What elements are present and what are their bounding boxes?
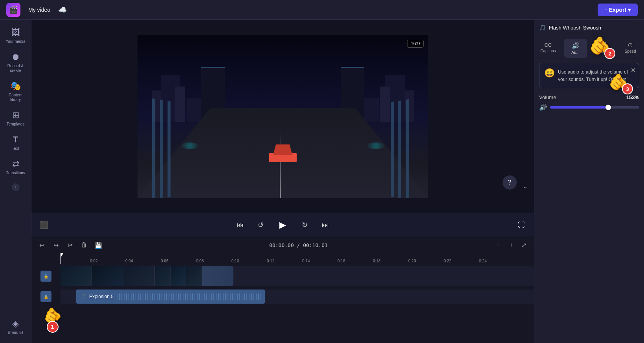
sidebar-item-text[interactable]: T Text <box>2 131 29 154</box>
play-button[interactable]: ▶ <box>275 217 291 233</box>
fast-forward-button[interactable]: ↻ <box>299 219 311 231</box>
sidebar: 🖼 Your media ⏺ Record & create 🎭 Content… <box>0 20 31 343</box>
app-logo: 🎬 <box>6 3 20 17</box>
annotation3-container: 🫵 3 <box>609 73 628 91</box>
templates-icon: ⊞ <box>12 110 19 120</box>
record-icon: ⏺ <box>11 52 20 62</box>
step-badge-1: 1 <box>47 321 59 333</box>
ruler-mark-024: 0:24 <box>479 259 486 263</box>
tooltip-emoji: 😄 <box>544 68 555 78</box>
car <box>269 144 297 162</box>
ruler-mark-020: 0:20 <box>408 259 416 263</box>
delete-button[interactable]: 🗑 <box>79 240 90 251</box>
panel-track-title: Flash Whoosh Swoosh <box>549 25 601 31</box>
annotation2-container: 🫵 2 <box>589 35 611 56</box>
expand-timeline-button[interactable]: ⤢ <box>518 240 529 251</box>
main-layout: 🖼 Your media ⏺ Record & create 🎭 Content… <box>0 20 644 343</box>
playback-controls: ⬛ ⏮ ↺ ▶ ↻ ⏭ ⛶ <box>31 213 534 237</box>
cut-button[interactable]: ✂ <box>64 240 75 251</box>
audio-waveform <box>117 293 261 300</box>
save-button[interactable]: 💾 <box>93 240 104 251</box>
audio-track-label: 🔒 <box>31 291 61 302</box>
panel-tab-captions[interactable]: CC Captions <box>537 39 560 58</box>
panel-tab-speed[interactable]: ⏱ Speed <box>619 39 642 58</box>
rewind-button[interactable]: ↺ <box>255 219 267 231</box>
sidebar-item-templates[interactable]: ⊞ Templates <box>2 107 29 130</box>
ruler-mark-008: 0:08 <box>196 259 204 263</box>
help-button[interactable]: ? <box>503 175 517 190</box>
ruler-mark-022: 0:22 <box>444 259 451 263</box>
annotation-step3: 🫵 3 <box>609 73 628 91</box>
zoom-in-button[interactable]: + <box>506 240 517 251</box>
undo-button[interactable]: ↩ <box>36 240 47 251</box>
tooltip-close-button[interactable]: ✕ <box>631 66 636 74</box>
timeline-area: ↩ ↪ ✂ 🗑 💾 00:00.00 / 00:10.01 − + ⤢ <box>31 237 534 343</box>
redo-button[interactable]: ↪ <box>50 240 61 251</box>
zoom-controls: − + ⤢ <box>493 240 529 251</box>
fullscreen-button[interactable]: ⛶ <box>515 219 528 231</box>
export-button[interactable]: ↑ Export ▾ <box>598 4 638 16</box>
clip-thumb-3 <box>123 266 155 286</box>
sidebar-item-content-library[interactable]: 🎭 Content library <box>2 78 29 105</box>
sidebar-item-brand-kit[interactable]: ◈ Brand kit <box>2 315 29 338</box>
volume-header: Volume 153% <box>539 94 639 100</box>
panel-tab-audio[interactable]: 🔊 Au... <box>564 39 587 58</box>
ruler-left-spacer <box>31 253 61 264</box>
audio-track-lock-button[interactable]: 🔒 <box>40 291 51 302</box>
video-track-content[interactable] <box>61 266 534 286</box>
sidebar-item-record[interactable]: ⏺ Record & create <box>2 49 29 76</box>
ruler-mark-016: 0:16 <box>338 259 345 263</box>
ruler-mark-018: 0:18 <box>373 259 380 263</box>
ruler-mark-010: 0:10 <box>231 259 239 263</box>
clip-thumb-1 <box>61 266 92 286</box>
transitions-icon: ⇄ <box>12 159 19 169</box>
sidebar-label-text: Text <box>12 146 19 151</box>
volume-label: Volume <box>539 94 556 100</box>
volume-slider-fill <box>550 106 608 109</box>
audio-panel-content: ✕ 😄 Use audio to adjust the volume of yo… <box>534 58 644 343</box>
help-icon: ? <box>508 179 512 186</box>
skip-end-button[interactable]: ⏭ <box>319 219 332 231</box>
video-track-row: 🔒 <box>31 264 534 288</box>
light-left <box>181 142 198 149</box>
preview-area: 16:9 ? ⌄ <box>31 20 534 213</box>
skip-start-button[interactable]: ⏮ <box>234 219 247 231</box>
sidebar-label-record: Record & create <box>4 64 28 73</box>
ruler-mark-002: 0:02 <box>90 259 97 263</box>
ruler-container: 0:02 0:04 0:06 0:08 0:10 0:12 0:14 0:16 … <box>61 253 534 264</box>
captions-tab-icon: CC <box>544 42 552 48</box>
light-right <box>367 142 384 149</box>
video-clip <box>61 266 233 286</box>
timeline-ruler-row: 0:02 0:04 0:06 0:08 0:10 0:12 0:14 0:16 … <box>31 253 534 264</box>
collapse-panel-button[interactable]: ⌄ <box>523 183 528 190</box>
volume-section: Volume 153% 🔊 <box>539 94 639 111</box>
sidebar-expand-button[interactable]: › <box>12 183 20 191</box>
volume-slider-thumb[interactable] <box>605 105 611 110</box>
speed-tab-icon: ⏱ <box>627 42 633 48</box>
sidebar-item-your-media[interactable]: 🖼 Your media <box>2 24 29 47</box>
ruler-mark-014: 0:14 <box>302 259 310 263</box>
speed-tab-label: Speed <box>625 49 636 53</box>
center-area: 16:9 ? ⌄ ⬛ ⏮ ↺ ▶ ↻ ⏭ ⛶ ↩ ↪ ✂ � <box>31 20 534 343</box>
step-badge-3: 3 <box>622 83 633 94</box>
sidebar-item-transitions[interactable]: ⇄ Transitions <box>2 156 29 179</box>
ruler-mark-012: 0:12 <box>267 259 274 263</box>
audio-track-row: 🔒 🎵 Explosion 5 <box>31 288 534 305</box>
topbar: 🎬 My video ☁️ ↑ Export ▾ <box>0 0 644 20</box>
video-track-lock-button[interactable]: 🔒 <box>40 271 51 282</box>
audio-tab-label: Au... <box>571 50 580 55</box>
audio-tab-icon: 🔊 <box>572 42 580 50</box>
content-library-icon: 🎭 <box>10 81 21 91</box>
sidebar-label-templates: Templates <box>7 122 25 127</box>
audio-clip-name: Explosion 5 <box>89 294 114 299</box>
aspect-ratio-badge: 16:9 <box>407 40 423 48</box>
annotation-step2: 🫵 2 <box>589 35 611 56</box>
audio-track-content[interactable]: 🎵 Explosion 5 <box>61 290 534 304</box>
volume-value: 153% <box>626 94 639 100</box>
screenshot-button[interactable]: ⬛ <box>38 219 50 231</box>
clip-thumb-4 <box>155 266 171 286</box>
zoom-out-button[interactable]: − <box>493 240 504 251</box>
audio-clip: 🎵 Explosion 5 <box>76 290 265 304</box>
volume-slider-track[interactable] <box>550 106 639 109</box>
project-name-button[interactable]: My video <box>25 5 53 15</box>
